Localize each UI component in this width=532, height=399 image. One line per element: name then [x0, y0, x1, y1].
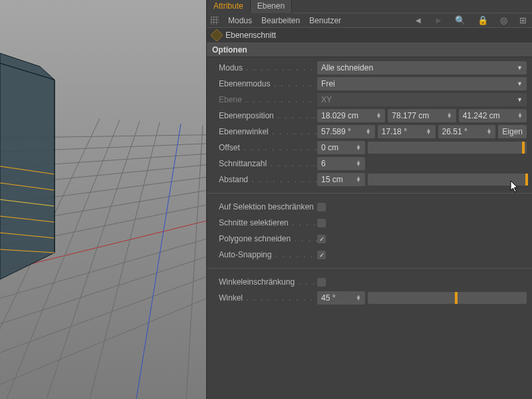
- tab-attribute[interactable]: Attribute: [207, 0, 251, 13]
- label-aufselektion: Auf Selektion beschränken: [219, 202, 317, 211]
- knife-icon: [210, 29, 223, 42]
- option-rows: Modus Alle schneiden ▼ Ebenenmodus Frei …: [207, 57, 532, 311]
- checkbox-polygone[interactable]: ✓: [317, 235, 326, 243]
- chevron-down-icon: ▼: [517, 80, 523, 87]
- spinner-icon[interactable]: ▲▼: [486, 129, 491, 134]
- chevron-down-icon: ▼: [517, 65, 523, 71]
- dropdown-ebene-value: XY: [321, 95, 332, 104]
- checkbox-winkeleinschr[interactable]: [317, 278, 326, 287]
- input-pos-x[interactable]: 18.029 cm▲▼: [317, 109, 385, 122]
- dropdown-ebenenmodus-value: Frei: [321, 79, 335, 88]
- input-ang-y[interactable]: 17.18 °▲▼: [378, 125, 436, 138]
- label-polygone: Polygone schneiden: [219, 234, 317, 243]
- label-ebenenwinkel: Ebenenwinkel: [219, 127, 317, 136]
- label-autosnap: Auto-Snapping: [219, 250, 317, 259]
- checkbox-autosnap[interactable]: ✓: [317, 251, 326, 259]
- nav-fwd-icon: ►: [433, 15, 444, 25]
- spinner-icon[interactable]: ▲▼: [356, 295, 361, 301]
- input-winkel[interactable]: 45 °▲▼: [317, 291, 365, 305]
- search-icon[interactable]: 🔍: [454, 15, 467, 25]
- chevron-down-icon: ▼: [517, 96, 523, 103]
- input-ang-x[interactable]: 57.589 °▲▼: [317, 125, 375, 138]
- spinner-icon[interactable]: ▲▼: [366, 129, 371, 134]
- checkbox-aufselektion[interactable]: [317, 203, 326, 211]
- label-schnittanzahl: Schnittanzahl: [219, 159, 317, 168]
- lock-icon[interactable]: 🔒: [476, 15, 489, 25]
- new-tab-icon[interactable]: ⊞: [518, 15, 528, 25]
- label-modus: Modus: [219, 63, 317, 72]
- target-icon[interactable]: ◎: [499, 15, 509, 25]
- separator: [207, 193, 532, 194]
- nav-back-icon[interactable]: ◄: [412, 15, 424, 25]
- panel-tabs: Attribute Ebenen: [207, 0, 532, 13]
- dropdown-ebenenmodus[interactable]: Frei ▼: [317, 77, 527, 90]
- group-optionen[interactable]: Optionen: [207, 43, 532, 57]
- label-abstand: Abstand: [219, 175, 317, 184]
- menu-bearbeiten[interactable]: Bearbeiten: [261, 16, 300, 25]
- label-ebene: Ebene: [219, 95, 317, 104]
- button-eigene[interactable]: Eigen: [498, 125, 527, 138]
- slider-winkel[interactable]: [368, 292, 527, 304]
- tool-header: Ebenenschnitt: [207, 28, 532, 43]
- attribute-menubar: Modus Bearbeiten Benutzer ◄ ► 🔍 🔒 ◎ ⊞: [207, 13, 532, 28]
- spinner-icon[interactable]: ▲▼: [517, 113, 523, 118]
- svg-marker-18: [0, 63, 55, 279]
- dropdown-modus-value: Alle schneiden: [321, 63, 373, 72]
- input-ang-z[interactable]: 26.51 °▲▼: [438, 125, 496, 138]
- label-winkeleinschr: Winkeleinschränkung: [219, 277, 317, 287]
- input-pos-z[interactable]: 41.242 cm▲▼: [459, 109, 527, 122]
- slider-offset[interactable]: [368, 142, 527, 154]
- separator: [207, 268, 532, 269]
- label-offset: Offset: [219, 143, 317, 152]
- tool-name: Ebenenschnitt: [225, 31, 276, 40]
- viewport-3d[interactable]: [0, 0, 206, 399]
- spinner-icon[interactable]: ▲▼: [426, 129, 432, 134]
- label-ebenenmodus: Ebenenmodus: [219, 79, 317, 88]
- spinner-icon[interactable]: ▲▼: [447, 113, 452, 118]
- spinner-icon[interactable]: ▲▼: [356, 161, 361, 166]
- spinner-icon[interactable]: ▲▼: [356, 177, 361, 182]
- dropdown-ebene: XY ▼: [317, 93, 527, 106]
- tab-ebenen[interactable]: Ebenen: [251, 0, 292, 13]
- attribute-panel: Attribute Ebenen Modus Bearbeiten Benutz…: [206, 0, 532, 399]
- input-abstand[interactable]: 15 cm▲▼: [317, 173, 365, 186]
- label-winkel: Winkel: [219, 293, 317, 303]
- checkbox-schnittesel[interactable]: [317, 219, 326, 227]
- spinner-icon[interactable]: ▲▼: [376, 113, 381, 118]
- spinner-icon[interactable]: ▲▼: [356, 145, 361, 150]
- slider-abstand[interactable]: [368, 174, 527, 186]
- input-pos-y[interactable]: 78.177 cm▲▼: [388, 109, 456, 122]
- input-schnittanzahl[interactable]: 6▲▼: [317, 157, 365, 170]
- input-offset[interactable]: 0 cm▲▼: [317, 141, 365, 154]
- menu-benutzer[interactable]: Benutzer: [309, 16, 341, 25]
- cube-object[interactable]: [0, 0, 206, 399]
- dropdown-modus[interactable]: Alle schneiden ▼: [317, 61, 527, 74]
- label-schnittesel: Schnitte selektieren: [219, 218, 317, 227]
- view-grid-icon[interactable]: [211, 17, 219, 25]
- label-ebenenposition: Ebenenposition: [219, 111, 317, 120]
- menu-modus[interactable]: Modus: [228, 16, 252, 25]
